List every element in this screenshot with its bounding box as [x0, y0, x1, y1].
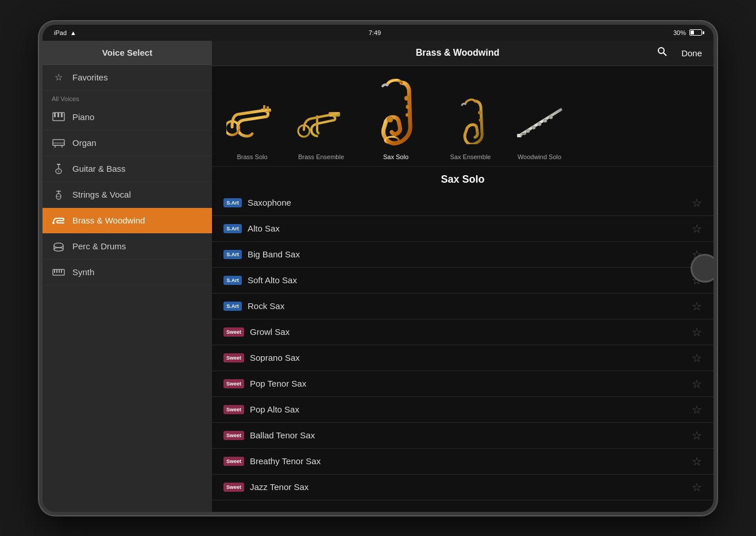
category-brass-ensemble[interactable]: Brass Ensemble — [292, 92, 350, 160]
all-voices-label: All Voices — [43, 91, 212, 105]
star-button[interactable]: ☆ — [692, 430, 702, 441]
sidebar-item-perc-drums[interactable]: Perc & Drums — [43, 234, 212, 260]
voice-name: Big Band Sax — [248, 249, 686, 259]
done-button[interactable]: Done — [681, 48, 702, 58]
voice-item[interactable]: Sweet Pop Tenor Sax ☆ — [212, 371, 713, 397]
voice-name: Soprano Sax — [250, 353, 686, 363]
svg-rect-29 — [261, 109, 271, 112]
voice-name: Ballad Tenor Sax — [250, 430, 686, 440]
star-button[interactable]: ☆ — [692, 326, 702, 338]
sidebar-item-label: Perc & Drums — [72, 241, 126, 251]
voice-item[interactable]: Sweet Jazz Tenor Sax ☆ — [212, 475, 713, 500]
star-button[interactable]: ☆ — [692, 352, 702, 364]
search-button[interactable] — [657, 47, 668, 59]
svg-point-42 — [526, 129, 530, 133]
voice-item[interactable]: Sweet Ballad Tenor Sax ☆ — [212, 423, 713, 449]
sidebar-item-label: Piano — [72, 112, 94, 122]
sidebar-item-synth[interactable]: Synth — [43, 260, 212, 286]
star-button[interactable]: ☆ — [692, 481, 702, 493]
status-right: 30% — [673, 29, 702, 36]
svg-rect-22 — [54, 269, 55, 273]
voice-item[interactable]: Sweet Breathy Tenor Sax ☆ — [212, 449, 713, 475]
svg-point-47 — [522, 133, 526, 135]
sidebar-item-label: Strings & Vocal — [72, 190, 131, 199]
category-sax-solo[interactable]: Sax Solo — [361, 75, 430, 160]
voice-name: Alto Sax — [248, 223, 686, 233]
svg-point-40 — [479, 118, 481, 121]
selected-category-title: Sax Solo — [212, 167, 713, 190]
device-frame: iPad ▲ 7:49 30% Voice Select ☆ Favorites… — [39, 21, 717, 515]
star-button[interactable]: ☆ — [692, 378, 702, 390]
sidebar-item-brass-woodwind[interactable]: Brass & Woodwind — [43, 208, 212, 234]
voice-item[interactable]: S.Art Big Band Sax ☆ — [212, 242, 713, 268]
svg-point-16 — [52, 222, 55, 224]
voice-badge: Sweet — [223, 353, 244, 363]
sidebar-item-strings-vocal[interactable]: Strings & Vocal — [43, 182, 212, 208]
right-header: Brass & Woodwind Done — [212, 41, 713, 66]
sidebar-item-label: Synth — [72, 267, 94, 277]
status-left: iPad ▲ — [54, 29, 76, 36]
svg-rect-48 — [517, 134, 522, 137]
sax-ensemble-label: Sax Ensemble — [450, 153, 491, 160]
svg-point-35 — [406, 105, 410, 109]
category-brass-solo[interactable]: Brass Solo — [223, 92, 281, 160]
voice-name: Jazz Tenor Sax — [250, 482, 686, 492]
voice-item[interactable]: S.Art Soft Alto Sax ☆ — [212, 268, 713, 294]
sidebar-item-label: Favorites — [72, 72, 108, 82]
svg-rect-30 — [263, 105, 265, 110]
voice-item[interactable]: S.Art Rock Sax ☆ — [212, 294, 713, 319]
star-button[interactable]: ☆ — [692, 404, 702, 415]
svg-point-39 — [478, 111, 481, 114]
brass-ensemble-image — [292, 92, 350, 150]
svg-rect-4 — [53, 140, 64, 145]
star-button[interactable]: ☆ — [692, 300, 702, 312]
category-sax-ensemble[interactable]: Sax Ensemble — [442, 92, 499, 160]
voice-name: Rock Sax — [248, 301, 686, 311]
status-bar: iPad ▲ 7:49 30% — [43, 25, 713, 41]
voice-badge: S.Art — [223, 302, 242, 311]
sidebar-header: Voice Select — [43, 41, 212, 65]
star-button[interactable]: ☆ — [692, 456, 702, 467]
drums-icon — [52, 240, 65, 253]
sidebar-item-organ[interactable]: Organ — [43, 130, 212, 156]
battery-percentage: 30% — [673, 29, 686, 36]
voice-badge: Sweet — [223, 457, 244, 466]
voice-badge: S.Art — [223, 198, 242, 207]
brass-icon — [52, 214, 65, 227]
star-button[interactable]: ☆ — [692, 197, 702, 209]
voice-name: Growl Sax — [250, 327, 686, 337]
voice-item[interactable]: Sweet Growl Sax ☆ — [212, 319, 713, 345]
synth-icon — [52, 265, 65, 279]
svg-rect-1 — [54, 113, 56, 117]
category-woodwind-solo[interactable]: Woodwind Solo — [511, 92, 568, 160]
svg-point-37 — [387, 117, 393, 122]
voice-item[interactable]: S.Art Saxophone ☆ — [212, 190, 713, 216]
star-button[interactable]: ☆ — [692, 223, 702, 234]
voice-badge: Sweet — [223, 379, 244, 388]
sidebar-item-guitar-bass[interactable]: Guitar & Bass — [43, 156, 212, 182]
category-carousel: Brass Solo Brass Ensembl — [212, 66, 713, 167]
voice-item[interactable]: S.Art Alto Sax ☆ — [212, 216, 713, 242]
voice-item[interactable]: Sweet Soprano Sax ☆ — [212, 345, 713, 371]
svg-rect-3 — [61, 113, 63, 117]
strings-icon — [52, 188, 65, 202]
voice-name: Pop Tenor Sax — [250, 379, 686, 388]
voice-name: Saxophone — [248, 198, 686, 207]
voice-badge: Sweet — [223, 327, 244, 337]
voice-item[interactable]: Sweet Pop Alto Sax ☆ — [212, 397, 713, 423]
sidebar-item-piano[interactable]: Piano — [43, 105, 212, 130]
voice-badge: S.Art — [223, 276, 242, 285]
voice-badge: S.Art — [223, 250, 242, 259]
main-content: Voice Select ☆ Favorites All Voices Pian… — [43, 41, 713, 512]
svg-rect-31 — [267, 106, 269, 110]
svg-point-36 — [406, 113, 409, 117]
woodwind-solo-image — [511, 92, 568, 150]
sax-ensemble-image — [442, 92, 499, 150]
organ-icon — [52, 136, 65, 150]
sidebar-item-favorites[interactable]: ☆ Favorites — [43, 65, 212, 91]
sidebar-item-label: Organ — [72, 138, 97, 148]
svg-rect-33 — [329, 112, 340, 117]
voice-name: Pop Alto Sax — [250, 404, 686, 414]
brass-solo-image — [223, 92, 281, 150]
sidebar-item-label: Guitar & Bass — [72, 164, 126, 173]
